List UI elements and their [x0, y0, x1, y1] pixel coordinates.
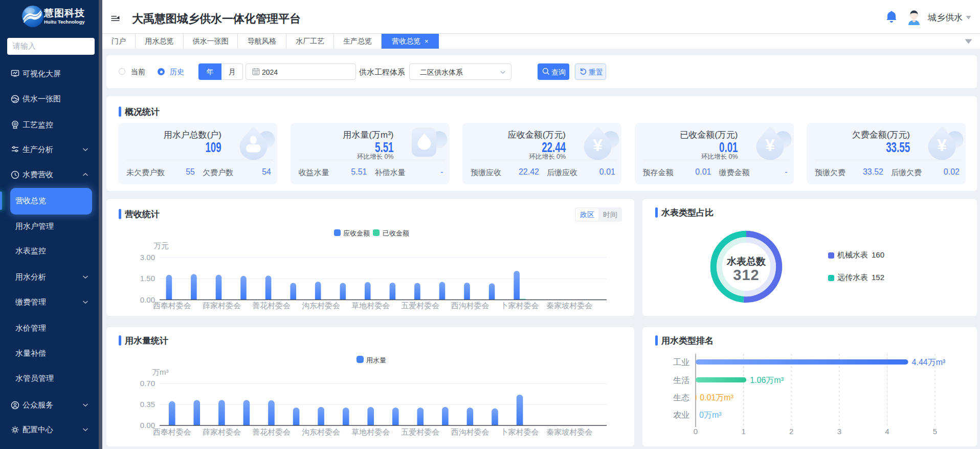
svg-text:工业: 工业 — [673, 358, 689, 367]
svg-text:¥: ¥ — [765, 135, 775, 155]
svg-text:4.44万m³: 4.44万m³ — [912, 358, 946, 367]
svg-text:1.06万m³: 1.06万m³ — [750, 376, 784, 384]
svg-text:0.70: 0.70 — [140, 379, 155, 388]
svg-text:秦家坡村委会: 秦家坡村委会 — [546, 427, 592, 436]
svg-text:沟东村委会: 沟东村委会 — [302, 301, 340, 310]
svg-text:五爱村委会: 五爱村委会 — [401, 427, 439, 436]
svg-text:5: 5 — [933, 427, 937, 436]
svg-text:1.50: 1.50 — [140, 274, 155, 283]
svg-text:万元: 万元 — [153, 241, 169, 250]
svg-text:草地村委会: 草地村委会 — [351, 427, 390, 436]
svg-text:草地村委会: 草地村委会 — [351, 301, 390, 310]
svg-text:2: 2 — [789, 427, 793, 436]
svg-text:¥: ¥ — [937, 135, 947, 155]
svg-text:卜家村委会: 卜家村委会 — [501, 427, 539, 436]
svg-text:312: 312 — [733, 267, 759, 283]
svg-text:水表总数: 水表总数 — [726, 256, 766, 267]
svg-text:万m³: 万m³ — [152, 368, 169, 376]
svg-text:0.35: 0.35 — [140, 400, 155, 409]
svg-text:沟东村委会: 沟东村委会 — [302, 427, 340, 436]
svg-text:3: 3 — [837, 427, 841, 436]
svg-text:0.01万m³: 0.01万m³ — [700, 393, 733, 402]
svg-text:¥: ¥ — [593, 135, 603, 155]
svg-text:五爱村委会: 五爱村委会 — [401, 301, 439, 310]
svg-text:1: 1 — [741, 427, 745, 436]
svg-text:农业: 农业 — [673, 411, 689, 419]
svg-text:0万m³: 0万m³ — [699, 411, 722, 419]
svg-text:卜家村委会: 卜家村委会 — [501, 301, 539, 310]
svg-text:西沟村委会: 西沟村委会 — [451, 427, 489, 436]
svg-text:0: 0 — [694, 427, 698, 436]
svg-text:西沟村委会: 西沟村委会 — [451, 301, 489, 310]
svg-text:西奉村委会: 西奉村委会 — [153, 427, 191, 436]
svg-text:3.00: 3.00 — [140, 253, 155, 262]
svg-text:薛家村委会: 薛家村委会 — [203, 301, 241, 310]
svg-text:善花村委会: 善花村委会 — [252, 427, 291, 436]
svg-text:生态: 生态 — [673, 393, 689, 402]
svg-text:生活: 生活 — [673, 376, 689, 384]
svg-text:秦家坡村委会: 秦家坡村委会 — [546, 301, 592, 310]
svg-text:善花村委会: 善花村委会 — [252, 301, 291, 310]
svg-text:4: 4 — [885, 427, 889, 436]
svg-text:西奉村委会: 西奉村委会 — [153, 301, 191, 310]
svg-text:薛家村委会: 薛家村委会 — [203, 427, 241, 436]
